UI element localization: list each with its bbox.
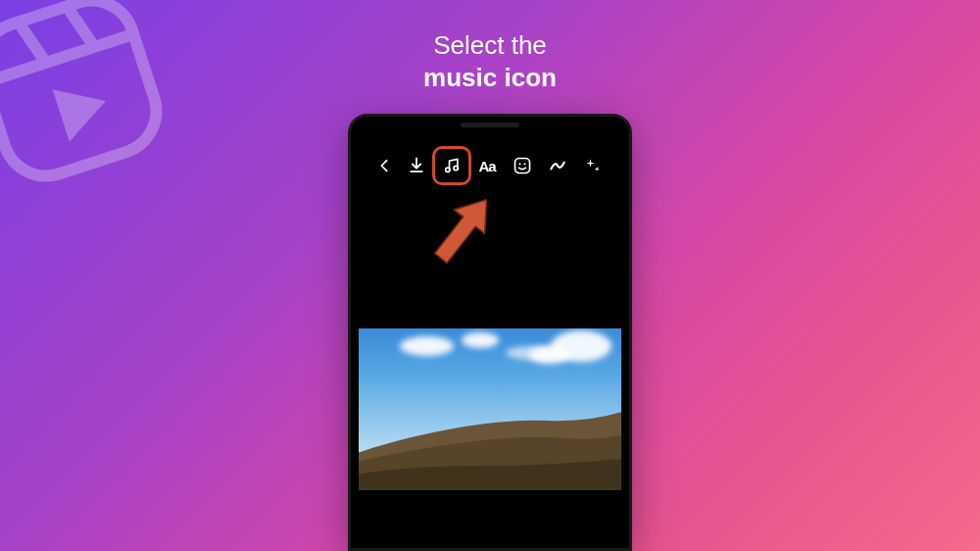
svg-line-3 <box>67 2 94 51</box>
cloud <box>529 346 570 364</box>
terrain <box>359 397 621 490</box>
download-icon <box>407 156 426 175</box>
svg-point-7 <box>518 163 520 165</box>
tool-group: Aa <box>402 151 608 180</box>
svg-point-5 <box>454 166 458 170</box>
tutorial-title: Select the music icon <box>423 29 557 93</box>
tutorial-title-line2: music icon <box>423 62 557 94</box>
phone-button <box>348 195 349 225</box>
effects-button[interactable] <box>578 151 608 180</box>
phone-button <box>348 232 349 274</box>
svg-line-2 <box>19 18 46 67</box>
cloud <box>400 336 454 356</box>
phone-button <box>631 225 632 285</box>
svg-point-4 <box>446 168 450 172</box>
sticker-icon <box>513 156 532 175</box>
sticker-button[interactable] <box>508 151 537 180</box>
tutorial-title-line1: Select the <box>423 29 557 62</box>
download-button[interactable] <box>402 151 431 180</box>
cloud <box>462 332 499 348</box>
media-preview <box>359 328 621 490</box>
text-button[interactable]: Aa <box>472 151 502 180</box>
phone-button <box>348 279 349 321</box>
svg-line-1 <box>0 34 133 82</box>
back-button[interactable] <box>372 154 396 177</box>
pointer-arrow-icon <box>416 181 511 279</box>
phone-frame: Aa <box>348 114 632 551</box>
svg-point-8 <box>523 163 525 165</box>
sparkle-icon <box>583 156 603 175</box>
draw-button[interactable] <box>543 151 572 180</box>
music-button[interactable] <box>437 151 466 180</box>
svg-rect-6 <box>515 159 530 174</box>
music-icon <box>442 156 462 175</box>
phone-screen: Aa <box>359 132 621 548</box>
draw-icon <box>548 156 567 175</box>
editor-toolbar: Aa <box>359 150 621 181</box>
chevron-left-icon <box>376 158 392 174</box>
